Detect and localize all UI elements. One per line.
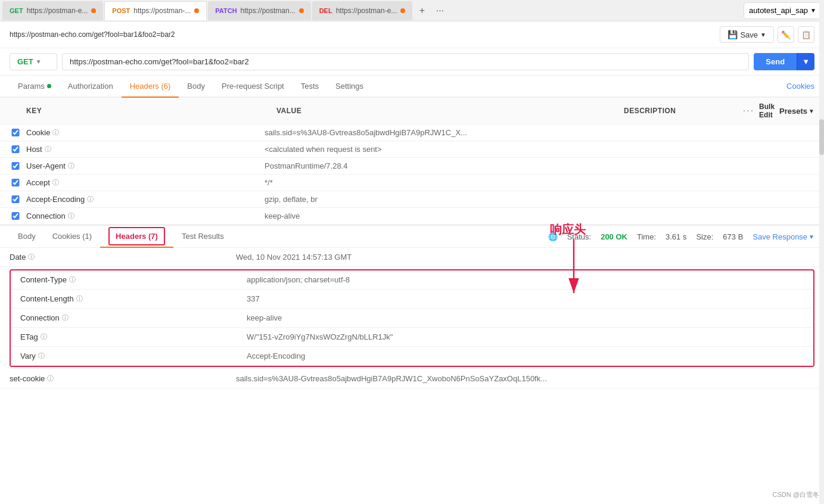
cookies-label: Cookies <box>786 82 814 91</box>
more-tabs-button[interactable]: ··· <box>431 2 448 19</box>
method-chevron-icon: ▼ <box>36 58 42 65</box>
accept-encoding-value: gzip, deflate, br <box>265 195 814 204</box>
method-label: GET <box>17 57 33 66</box>
date-key: Date ⓘ <box>10 253 236 262</box>
host-key: Host ⓘ <box>26 145 265 154</box>
send-button-group: Send ▼ <box>754 53 814 70</box>
accept-key: Accept ⓘ <box>26 178 265 187</box>
scrollbar-thumb[interactable] <box>819 119 824 155</box>
connection-resp-key: Connection ⓘ <box>20 313 247 322</box>
workspace-chevron-icon: ▼ <box>810 7 816 14</box>
tab-headers[interactable]: Headers (6) <box>122 76 179 98</box>
response-tabs: Body Cookies (1) Headers (7) Test Result… <box>0 226 539 247</box>
save-response-chevron-icon: ▼ <box>809 234 814 240</box>
params-label: Params <box>18 82 45 91</box>
date-info-icon[interactable]: ⓘ <box>28 253 35 262</box>
tab-dot-patch <box>299 8 304 13</box>
user-agent-key: User-Agent ⓘ <box>26 161 265 170</box>
browser-tab-bar: GET https://postman-e... POST https://po… <box>0 0 824 21</box>
pre-request-label: Pre-request Script <box>222 82 284 91</box>
content-type-row: Content-Type ⓘ application/json; charset… <box>11 270 813 290</box>
key-column-header: KEY <box>26 107 276 115</box>
table-row: User-Agent ⓘ PostmanRuntime/7.28.4 <box>0 158 824 175</box>
tab-dot-del <box>400 8 405 13</box>
size-label: Size: <box>696 232 713 241</box>
share-button[interactable]: 📋 <box>798 26 814 43</box>
scrollbar[interactable] <box>819 0 824 388</box>
tab-tests[interactable]: Tests <box>293 76 327 98</box>
save-button[interactable]: 💾 Save ▼ <box>720 26 774 43</box>
send-dropdown-button[interactable]: ▼ <box>797 53 814 70</box>
connection-resp-value: keep-alive <box>247 313 804 322</box>
user-agent-value: PostmanRuntime/7.28.4 <box>265 161 814 170</box>
response-status: 🌐 Status: 200 OK Time: 3.61 s Size: 673 … <box>539 232 824 241</box>
content-length-info-icon[interactable]: ⓘ <box>76 294 83 303</box>
connection-resp-info-icon[interactable]: ⓘ <box>62 313 69 322</box>
resp-tab-cookies[interactable]: Cookies (1) <box>44 226 100 248</box>
content-length-value: 337 <box>247 294 804 303</box>
resp-tab-headers[interactable]: Headers (7) <box>100 226 173 248</box>
tab-settings[interactable]: Settings <box>327 76 372 98</box>
url-input[interactable] <box>62 53 749 70</box>
content-type-info-icon[interactable]: ⓘ <box>69 275 76 284</box>
table-actions: ··· Bulk Edit Presets ▼ <box>743 102 814 119</box>
size-value: 673 B <box>723 232 743 241</box>
response-tabs-bar: Body Cookies (1) Headers (7) Test Result… <box>0 226 824 248</box>
etag-info-icon[interactable]: ⓘ <box>41 332 47 341</box>
accept-encoding-info-icon[interactable]: ⓘ <box>87 195 94 204</box>
table-row: Accept-Encoding ⓘ gzip, deflate, br <box>0 191 824 208</box>
share-icon: 📋 <box>801 30 811 39</box>
resp-tab-body[interactable]: Body <box>10 226 44 248</box>
tab-pre-request[interactable]: Pre-request Script <box>213 76 293 98</box>
bulk-edit-button[interactable]: Bulk Edit <box>759 102 775 119</box>
content-length-key: Content-Length ⓘ <box>20 294 247 303</box>
tab-authorization[interactable]: Authorization <box>60 76 122 98</box>
authorization-label: Authorization <box>68 82 113 91</box>
more-options-icon[interactable]: ··· <box>743 105 754 116</box>
cookie-checkbox[interactable] <box>10 129 21 136</box>
add-tab-button[interactable]: + <box>413 2 430 19</box>
value-column-header: VALUE <box>276 107 624 115</box>
url-breadcrumb: https://postman-echo.com/get?fool=bar1&f… <box>10 30 175 39</box>
cookies-link[interactable]: Cookies <box>786 76 814 97</box>
tab-url-get: https://postman-e... <box>27 7 88 15</box>
method-dropdown[interactable]: GET ▼ <box>10 53 57 70</box>
accept-checkbox[interactable] <box>10 179 21 186</box>
workspace-selector[interactable]: autotest_api_sap ▼ <box>744 2 822 19</box>
connection-req-checkbox[interactable] <box>10 212 21 220</box>
table-column-headers: KEY VALUE DESCRIPTION ··· Bulk Edit Pres… <box>0 98 824 125</box>
save-response-button[interactable]: Save Response ▼ <box>753 232 814 241</box>
tab-body[interactable]: Body <box>179 76 213 98</box>
content-type-value: application/json; charset=utf-8 <box>247 275 804 284</box>
set-cookie-info-icon[interactable]: ⓘ <box>47 374 54 383</box>
user-agent-checkbox[interactable] <box>10 162 21 170</box>
tab-params[interactable]: Params <box>10 76 60 98</box>
cookie-value: sails.sid=s%3AU8-Gvtreas8o5ajbwdHgiB7A9p… <box>265 128 814 137</box>
user-agent-info-icon[interactable]: ⓘ <box>68 161 74 170</box>
cookie-info-icon[interactable]: ⓘ <box>52 128 59 137</box>
accept-info-icon[interactable]: ⓘ <box>52 178 59 187</box>
connection-req-info-icon[interactable]: ⓘ <box>68 211 74 220</box>
tab-get[interactable]: GET https://postman-e... <box>2 1 103 20</box>
tab-method-patch: PATCH <box>215 7 237 14</box>
send-main-button[interactable]: Send <box>754 53 797 70</box>
host-checkbox[interactable] <box>10 145 21 153</box>
tab-patch[interactable]: PATCH https://postman... <box>208 1 310 20</box>
host-info-icon[interactable]: ⓘ <box>45 145 51 154</box>
set-cookie-value: sails.sid=s%3AU8-Gvtreas8o5ajbwdHgiB7A9p… <box>236 374 814 383</box>
table-row: Connection ⓘ keep-alive <box>0 208 824 225</box>
table-row: Host ⓘ <calculated when request is sent> <box>0 141 824 158</box>
vary-info-icon[interactable]: ⓘ <box>38 351 45 360</box>
tab-post[interactable]: POST https://postman-... <box>104 1 207 20</box>
presets-button[interactable]: Presets ▼ <box>779 107 814 116</box>
edit-button[interactable]: ✏️ <box>778 26 794 43</box>
annotation-area: 响应头 Content-Type ⓘ application/json; <box>0 269 824 367</box>
tab-del[interactable]: DEL https://postman-e... <box>312 1 413 20</box>
resp-body-label: Body <box>18 232 36 241</box>
tab-dot-get <box>91 8 96 13</box>
accept-value: */* <box>265 178 814 187</box>
resp-tab-test-results[interactable]: Test Results <box>173 226 232 248</box>
resp-cookies-label: Cookies (1) <box>52 232 92 241</box>
accept-encoding-checkbox[interactable] <box>10 195 21 203</box>
tab-method-post: POST <box>112 7 130 14</box>
